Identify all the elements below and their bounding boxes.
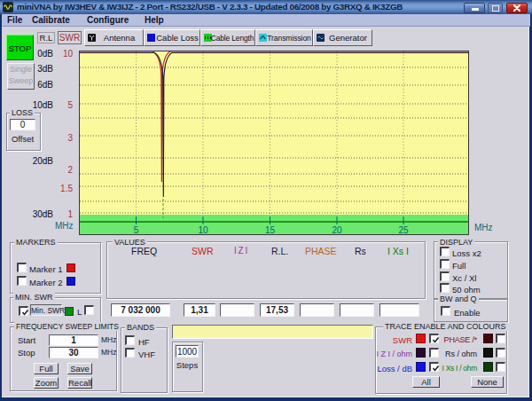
svg-text:20: 20 — [332, 225, 342, 235]
svg-text:10: 10 — [198, 225, 208, 235]
svg-text:25: 25 — [398, 225, 409, 235]
svg-text:15: 15 — [265, 225, 276, 235]
svg-text:5: 5 — [134, 225, 139, 235]
